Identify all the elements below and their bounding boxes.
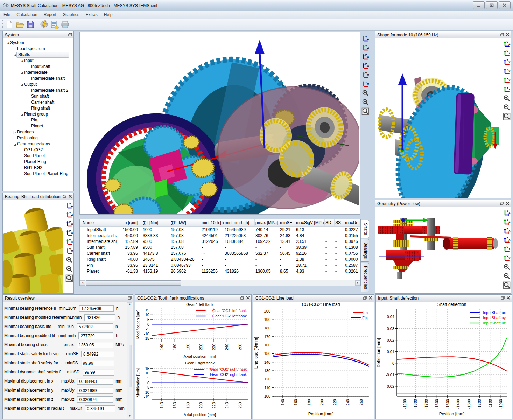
table-row[interactable]: Sun shaft157.899500157.08----38.39--0.13… <box>80 245 360 251</box>
print-button[interactable] <box>60 20 70 29</box>
scroll-left-button[interactable]: ◄ <box>80 280 85 286</box>
new-file-button[interactable] <box>4 20 15 29</box>
expanded-arrow-icon[interactable]: ◢ <box>20 82 24 88</box>
close-panel-button[interactable] <box>246 296 250 301</box>
view-orientation-zx-icon-2[interactable]: ZX <box>503 58 511 66</box>
close-panel-button[interactable] <box>506 296 510 301</box>
float-panel-button[interactable] <box>68 33 72 37</box>
line-load-chart[interactable]: 1001101201301401501601701801902001401601… <box>253 302 373 418</box>
view-orientation-zx-icon-2[interactable]: ZX <box>361 53 369 61</box>
tree-item-system[interactable]: ◢System <box>3 40 73 46</box>
view-orientation-yz-icon-0[interactable]: YZ <box>65 202 73 209</box>
tree-item-planet-group[interactable]: ◢Planet group <box>3 111 73 117</box>
view-orientation-yx-icon-4[interactable]: YX <box>503 245 511 253</box>
view-orientation-zx-icon-3[interactable]: ZX <box>361 62 369 70</box>
tree-item-cg1-cg2[interactable]: CG1-CG2 <box>3 147 73 153</box>
column-header-8[interactable]: maxSigV [MPa] <box>295 219 325 226</box>
result-value-field[interactable]: 99.99 <box>83 369 115 376</box>
scroll-right-button[interactable]: ► <box>355 280 360 286</box>
tree-item-input[interactable]: ◢Input <box>3 58 73 64</box>
minimize-button[interactable] <box>473 1 485 9</box>
tab-shafts[interactable]: Shafts <box>361 220 369 238</box>
zoom-out-icon[interactable] <box>503 104 511 111</box>
view-orientation-yz-icon-0[interactable]: YZ <box>503 40 511 48</box>
result-value-field[interactable]: 1.126e+06 <box>79 305 114 312</box>
gear1-right-flank-chart[interactable]: -15-10-5051015140160180200220240260Gear … <box>135 360 251 419</box>
menu-extras[interactable]: Extras <box>83 12 101 18</box>
zoom-in-icon[interactable] <box>503 94 511 102</box>
menu-report[interactable]: Report <box>41 12 59 18</box>
view-orientation-yz-icon-1[interactable]: YZ <box>361 44 369 51</box>
result-value-field[interactable]: 0.320874 <box>77 396 113 403</box>
tree-item-planet-ring[interactable]: Planet-Ring <box>3 159 73 165</box>
result-value-field[interactable]: 431826 <box>84 314 115 321</box>
column-header-3[interactable]: ∑P [kW] <box>170 219 201 226</box>
view-orientation-yz-icon-0[interactable]: YZ <box>503 209 511 216</box>
zoom-out-icon[interactable] <box>65 265 73 273</box>
view-orientation-zx-icon-3[interactable]: ZX <box>503 67 511 75</box>
view-orientation-yx-icon-5[interactable]: YX <box>361 80 369 88</box>
float-panel-button[interactable] <box>363 296 367 301</box>
view-orientation-yx-icon-4[interactable]: YX <box>361 71 369 79</box>
tree-item-shafts[interactable]: ◢Shafts <box>3 52 73 58</box>
close-panel-button[interactable] <box>506 33 510 37</box>
result-value-field[interactable]: 0.188443 <box>77 378 113 385</box>
view-orientation-zx-icon-2[interactable]: ZX <box>65 220 73 227</box>
result-value-field[interactable]: 572802 <box>77 323 113 330</box>
close-panel-button[interactable] <box>68 194 72 199</box>
zoom-in-icon[interactable] <box>503 263 511 271</box>
table-horizontal-scrollbar[interactable]: ◄ ► <box>80 280 360 286</box>
column-header-0[interactable]: Name <box>80 219 117 226</box>
table-row[interactable]: Carrier shaft33.9644173.8157.076∞3683565… <box>80 251 360 257</box>
column-header-10[interactable]: SS <box>335 219 344 226</box>
tree-item-carrier-shaft[interactable]: Carrier shaft <box>3 99 73 105</box>
column-header-2[interactable]: ∑T [Nm] <box>142 219 170 226</box>
table-row[interactable]: Planet-61.384153.1926.696211262564318261… <box>80 268 360 274</box>
result-value-field[interactable]: 277729 <box>78 332 113 339</box>
expanded-arrow-icon[interactable]: ◢ <box>20 70 24 76</box>
close-button[interactable] <box>499 1 511 9</box>
zoom-fit-icon[interactable] <box>65 274 73 282</box>
bearing-load-3d-view[interactable] <box>3 200 63 293</box>
menu-graphics[interactable]: Graphics <box>59 12 83 18</box>
save-button[interactable] <box>25 20 36 29</box>
result-value-field[interactable]: 8.64992 <box>81 351 114 357</box>
tree-item-output[interactable]: ◢Output <box>3 82 73 88</box>
main-3d-view[interactable] <box>79 32 360 215</box>
view-orientation-yx-icon-5[interactable]: YX <box>65 247 73 255</box>
view-orientation-yz-icon-0[interactable]: YZ <box>361 35 369 42</box>
table-row[interactable]: InputShaft1500.001000157.082109119105455… <box>80 227 360 233</box>
report-options-button[interactable] <box>49 20 60 29</box>
view-orientation-zx-icon-2[interactable]: ZX <box>503 227 511 234</box>
mode-shape-3d-view[interactable] <box>375 38 500 198</box>
zoom-in-icon[interactable] <box>361 89 369 97</box>
tree-item-ring-shaft[interactable]: Ring shaft <box>3 105 73 111</box>
open-button[interactable] <box>15 20 25 29</box>
zoom-fit-icon[interactable] <box>503 113 511 120</box>
calculate-button[interactable] <box>39 20 49 29</box>
result-value-field[interactable]: 1360.05 <box>77 342 113 348</box>
view-orientation-yx-icon-5[interactable]: YX <box>503 85 511 93</box>
result-value-field[interactable]: 0.345191 <box>85 405 115 412</box>
view-orientation-yx-icon-4[interactable]: YX <box>503 76 511 84</box>
tree-item-sun-shaft[interactable]: Sun shaft <box>3 93 73 99</box>
restore-button[interactable] <box>486 1 498 9</box>
expanded-arrow-icon[interactable]: ◢ <box>20 112 24 118</box>
menu-help[interactable]: Help <box>101 12 116 18</box>
tree-item-intermediate[interactable]: ◢Intermediate <box>3 70 73 76</box>
view-orientation-zx-icon-3[interactable]: ZX <box>65 229 73 237</box>
zoom-fit-icon[interactable] <box>361 107 369 115</box>
tree-item-gear-connections[interactable]: ◢Gear connections <box>3 141 73 147</box>
expanded-arrow-icon[interactable]: ◢ <box>6 40 10 46</box>
geometry-3d-view[interactable] <box>375 207 500 293</box>
view-orientation-yz-icon-1[interactable]: YZ <box>65 211 73 218</box>
tree-item-bg1-bg2[interactable]: BG1-BG2 <box>3 165 73 171</box>
tab-bearings[interactable]: Bearings <box>361 239 369 262</box>
tree-item-bearings[interactable]: ▷Bearings <box>3 129 73 135</box>
float-panel-button[interactable] <box>500 201 504 206</box>
tree-item-intermediate-shaft[interactable]: Intermediate shaft <box>3 76 73 82</box>
gear1-left-flank-chart[interactable]: -15-10-5051015140160180200220240260Gear … <box>135 302 251 360</box>
view-orientation-yx-icon-5[interactable]: YX <box>503 254 511 262</box>
result-scrollbar-thumb[interactable] <box>128 345 132 387</box>
scrollbar-thumb[interactable] <box>86 280 181 286</box>
